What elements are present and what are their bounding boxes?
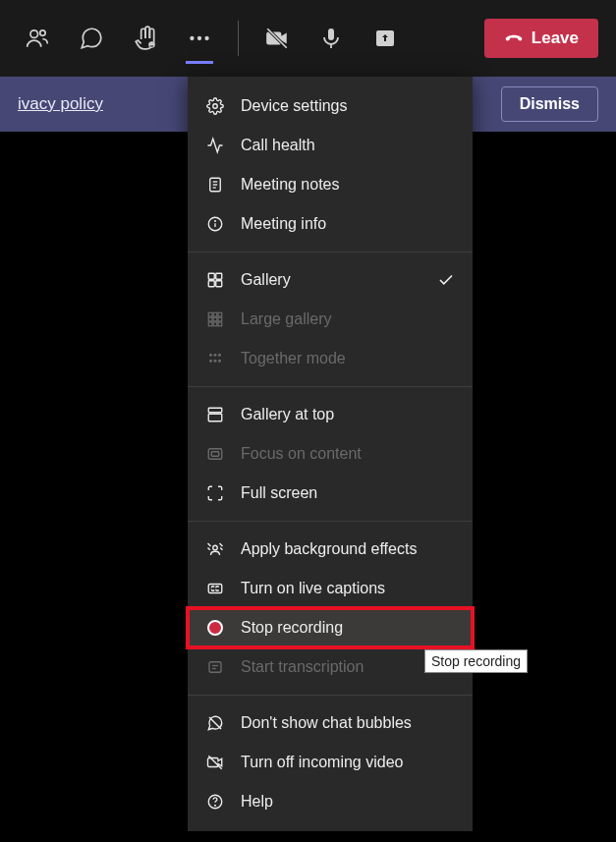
menu-large-gallery: Large gallery bbox=[188, 300, 473, 339]
svg-rect-33 bbox=[218, 322, 222, 326]
menu-device-settings[interactable]: Device settings bbox=[188, 86, 473, 126]
svg-point-7 bbox=[204, 36, 208, 40]
svg-line-47 bbox=[208, 548, 210, 550]
menu-stop-recording[interactable]: Stop recording bbox=[188, 608, 473, 647]
menu-call-health[interactable]: Call health bbox=[188, 126, 473, 165]
menu-label: Start transcription bbox=[241, 658, 364, 676]
svg-rect-30 bbox=[218, 317, 222, 321]
menu-full-screen[interactable]: Full screen bbox=[188, 474, 473, 513]
svg-rect-21 bbox=[208, 273, 214, 279]
svg-point-0 bbox=[30, 30, 38, 38]
leave-label: Leave bbox=[532, 28, 579, 48]
svg-point-1 bbox=[40, 30, 45, 35]
svg-point-37 bbox=[209, 360, 212, 363]
people-icon[interactable] bbox=[18, 19, 57, 58]
svg-rect-50 bbox=[209, 662, 221, 673]
menu-label: Don't show chat bubbles bbox=[241, 714, 412, 732]
menu-label: Large gallery bbox=[241, 310, 332, 328]
microphone-icon[interactable] bbox=[311, 19, 351, 58]
menu-label: Apply background effects bbox=[241, 540, 417, 558]
svg-rect-49 bbox=[208, 585, 222, 593]
menu-help[interactable]: Help bbox=[188, 782, 473, 821]
gallery-top-icon bbox=[205, 405, 225, 424]
menu-meeting-notes[interactable]: Meeting notes bbox=[188, 165, 473, 204]
grid-icon bbox=[205, 270, 225, 290]
menu-label: Meeting notes bbox=[241, 176, 340, 194]
svg-point-36 bbox=[218, 354, 221, 357]
menu-label: Stop recording bbox=[241, 619, 343, 637]
privacy-policy-link[interactable]: ivacy policy bbox=[18, 94, 103, 114]
svg-rect-32 bbox=[213, 322, 217, 326]
svg-point-3 bbox=[150, 43, 151, 44]
svg-rect-26 bbox=[213, 312, 217, 316]
menu-gallery[interactable]: Gallery bbox=[188, 260, 473, 300]
chat-off-icon bbox=[205, 713, 225, 733]
large-grid-icon bbox=[205, 309, 225, 329]
menu-together-mode: Together mode bbox=[188, 339, 473, 378]
svg-rect-23 bbox=[208, 281, 214, 287]
svg-point-44 bbox=[213, 545, 218, 550]
more-actions-menu: Device settings Call health Meeting note… bbox=[188, 77, 473, 831]
menu-meeting-info[interactable]: Meeting info bbox=[188, 204, 473, 244]
svg-rect-10 bbox=[328, 28, 334, 40]
svg-point-5 bbox=[190, 36, 194, 40]
camera-off-icon[interactable] bbox=[257, 19, 297, 58]
menu-label: Focus on content bbox=[241, 445, 362, 463]
svg-rect-40 bbox=[208, 408, 222, 413]
fullscreen-icon bbox=[205, 483, 225, 503]
menu-separator bbox=[188, 695, 473, 696]
svg-point-13 bbox=[213, 104, 218, 109]
svg-line-53 bbox=[209, 717, 221, 729]
focus-icon bbox=[205, 444, 225, 464]
menu-label: Together mode bbox=[241, 350, 346, 367]
svg-rect-29 bbox=[213, 317, 217, 321]
menu-label: Full screen bbox=[241, 484, 317, 502]
menu-label: Help bbox=[241, 793, 273, 811]
svg-rect-27 bbox=[218, 312, 222, 316]
menu-label: Turn on live captions bbox=[241, 580, 385, 597]
svg-rect-25 bbox=[208, 312, 212, 316]
menu-label: Gallery bbox=[241, 271, 291, 289]
transcription-icon bbox=[205, 657, 225, 677]
chat-icon[interactable] bbox=[72, 19, 111, 58]
info-icon bbox=[205, 214, 225, 234]
menu-label: Turn off incoming video bbox=[241, 754, 403, 771]
svg-point-39 bbox=[218, 360, 221, 363]
help-icon bbox=[205, 792, 225, 812]
dismiss-button[interactable]: Dismiss bbox=[501, 86, 598, 122]
menu-turn-off-incoming-video[interactable]: Turn off incoming video bbox=[188, 743, 473, 782]
svg-rect-43 bbox=[211, 452, 219, 457]
video-off-icon bbox=[205, 753, 225, 772]
menu-focus-on-content: Focus on content bbox=[188, 434, 473, 474]
svg-rect-24 bbox=[216, 281, 222, 287]
background-effects-icon bbox=[205, 539, 225, 559]
svg-rect-41 bbox=[208, 414, 222, 421]
menu-dont-show-chat-bubbles[interactable]: Don't show chat bubbles bbox=[188, 703, 473, 743]
svg-point-38 bbox=[214, 360, 217, 363]
svg-line-45 bbox=[208, 543, 211, 546]
menu-gallery-at-top[interactable]: Gallery at top bbox=[188, 395, 473, 434]
menu-turn-on-live-captions[interactable]: Turn on live captions bbox=[188, 569, 473, 608]
together-icon bbox=[205, 349, 225, 368]
leave-button[interactable]: Leave bbox=[484, 19, 598, 58]
hangup-icon bbox=[504, 28, 524, 48]
separator bbox=[238, 21, 239, 56]
menu-label: Call health bbox=[241, 137, 315, 154]
svg-line-48 bbox=[220, 548, 222, 550]
menu-separator bbox=[188, 386, 473, 387]
raise-hand-icon[interactable] bbox=[126, 19, 165, 58]
meeting-topbar: Leave bbox=[0, 0, 616, 77]
svg-point-6 bbox=[197, 36, 201, 40]
more-actions-button[interactable] bbox=[180, 19, 219, 58]
share-screen-icon[interactable] bbox=[365, 19, 405, 58]
menu-label: Meeting info bbox=[241, 215, 326, 233]
menu-separator bbox=[188, 521, 473, 522]
notes-icon bbox=[205, 175, 225, 195]
menu-separator bbox=[188, 252, 473, 253]
menu-apply-background-effects[interactable]: Apply background effects bbox=[188, 530, 473, 569]
gear-icon bbox=[205, 96, 225, 116]
svg-rect-31 bbox=[208, 322, 212, 326]
svg-point-35 bbox=[214, 354, 217, 357]
svg-rect-22 bbox=[216, 273, 222, 279]
record-icon bbox=[205, 618, 225, 638]
